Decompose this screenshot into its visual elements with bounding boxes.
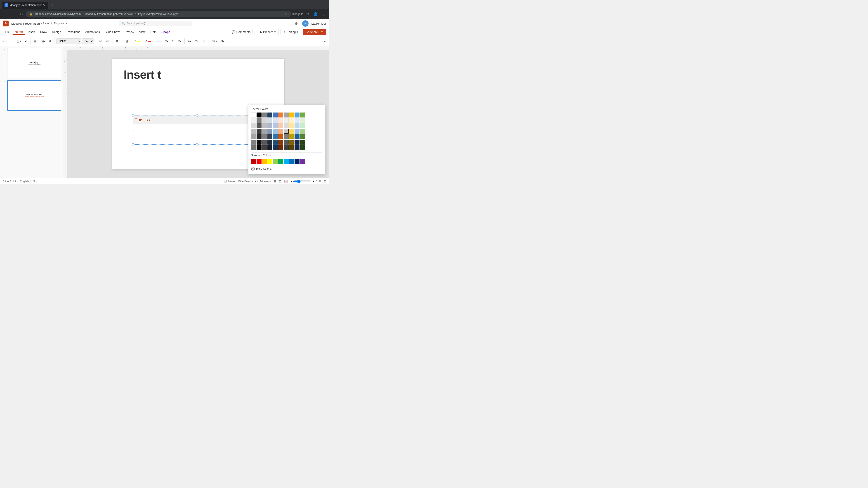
handle-top-left[interactable] [132, 114, 134, 117]
cs-r2-9[interactable] [294, 118, 300, 123]
menu-design[interactable]: Design [50, 29, 63, 35]
menu-home[interactable]: Home [12, 29, 25, 35]
tab-close-button[interactable]: ✕ [43, 3, 46, 7]
more-options-button[interactable]: ⋮ [320, 11, 327, 17]
editing-button[interactable]: ✏ Editing ▾ [281, 29, 301, 35]
color-gold[interactable] [289, 112, 294, 118]
handle-top-center[interactable] [196, 114, 198, 117]
cs-r4-3[interactable] [262, 129, 267, 134]
cs-r5-3[interactable] [262, 134, 267, 139]
cs-r7-2[interactable] [256, 145, 261, 150]
address-bar[interactable]: 🔒 dropbox.com/scl/fi/ds8xk05ovlytyxnalh0… [26, 11, 291, 17]
std-light-green[interactable] [273, 159, 278, 164]
effects-button[interactable]: ✦▾ [201, 39, 207, 43]
cs-r7-9[interactable] [294, 145, 300, 150]
menu-review[interactable]: Review [122, 29, 136, 35]
std-dark-blue[interactable] [294, 159, 300, 164]
cs-r4-8[interactable] [289, 129, 294, 134]
color-sky-blue[interactable] [294, 112, 300, 118]
slide-2-preview[interactable]: Insert the words Here This is an explana… [7, 80, 61, 110]
std-yellow[interactable] [268, 159, 272, 164]
cs-r2-8[interactable] [289, 118, 294, 123]
color-orange[interactable] [278, 112, 283, 118]
zoom-in-button[interactable]: + [313, 180, 314, 183]
cs-r7-4[interactable] [268, 145, 272, 150]
settings-button[interactable]: ⚙ [305, 11, 311, 17]
more-toolbar-button[interactable]: ··· [226, 39, 231, 43]
numbering-button[interactable]: ≡▾ [170, 39, 176, 43]
menu-draw[interactable]: Draw [38, 29, 49, 35]
cs-r6-10[interactable] [300, 140, 305, 144]
cs-r2-7[interactable] [284, 118, 289, 123]
cs-r3-2[interactable] [256, 123, 261, 128]
italic-button[interactable]: I [120, 39, 124, 43]
color-mid-gray[interactable] [284, 112, 289, 118]
zoom-slider[interactable] [293, 180, 311, 183]
present-button[interactable]: ▶ Present ▾ [257, 29, 279, 35]
cs-r6-4[interactable] [268, 140, 272, 144]
cs-r4-2[interactable] [256, 129, 261, 134]
std-green[interactable] [278, 159, 283, 164]
share-button[interactable]: ↗ Share ▾ [303, 29, 327, 35]
cs-r6-3[interactable] [262, 140, 267, 144]
slide-layout-button[interactable]: ▦▾ [33, 39, 39, 43]
bullets-button[interactable]: ≡▾ [164, 39, 169, 43]
cs-r6-7[interactable] [284, 140, 289, 144]
shape-fill-button[interactable]: ◈▾ [186, 39, 193, 43]
color-white[interactable] [251, 112, 256, 118]
cs-r2-3[interactable] [262, 118, 267, 123]
cs-r3-8[interactable] [289, 123, 294, 128]
cs-r7-5[interactable] [273, 145, 278, 150]
fit-slide-button[interactable]: ⊡ [324, 180, 327, 183]
search-box[interactable]: 🔍 Search (Alt + Q) [119, 21, 191, 26]
menu-view[interactable]: View [137, 29, 148, 35]
increase-font-button[interactable]: A↑ [98, 38, 104, 43]
collapse-toolbar-button[interactable]: ∧ [322, 39, 327, 43]
dropdown-arrow-icon[interactable]: ▾ [66, 22, 67, 25]
cs-r5-5[interactable] [273, 134, 278, 139]
cs-r2-1[interactable] [251, 118, 256, 123]
cs-r4-4[interactable] [268, 129, 272, 134]
reset-button[interactable]: ↺ [48, 39, 53, 43]
cs-r4-6[interactable] [278, 129, 283, 134]
cs-r2-5[interactable] [273, 118, 278, 123]
back-button[interactable]: ← [3, 11, 9, 17]
color-blue[interactable] [273, 112, 278, 118]
font-size-select[interactable]: 24 [82, 38, 94, 44]
cs-r6-8[interactable] [289, 140, 294, 144]
cs-r7-6[interactable] [278, 145, 283, 150]
std-red[interactable] [256, 159, 261, 164]
handle-middle-left[interactable] [132, 129, 134, 131]
profile-button[interactable]: 👤 [312, 11, 319, 17]
more-text-button[interactable]: ··· [155, 39, 160, 43]
cs-r3-6[interactable] [278, 123, 283, 128]
cs-r3-10[interactable] [300, 123, 305, 128]
new-tab-button[interactable]: + [49, 2, 55, 8]
cs-r7-10[interactable] [300, 145, 305, 150]
menu-slideshow[interactable]: Slide Show [103, 29, 122, 35]
cs-r3-7[interactable] [284, 123, 289, 128]
refresh-button[interactable]: ↻ [18, 11, 24, 17]
cs-r3-9[interactable] [294, 123, 300, 128]
cs-r6-2[interactable] [256, 140, 261, 144]
cs-r3-3[interactable] [262, 123, 267, 128]
handle-bottom-center[interactable] [196, 143, 198, 145]
cs-r7-8[interactable] [289, 145, 294, 150]
decrease-font-button[interactable]: A↓ [105, 38, 111, 43]
find-button[interactable]: 🔍▾ [211, 39, 218, 43]
cs-r5-8[interactable] [289, 134, 294, 139]
comments-button[interactable]: 💬 Comments [230, 29, 252, 35]
color-green[interactable] [300, 112, 305, 118]
font-color-button[interactable]: A ▾ [144, 39, 154, 43]
cs-r6-1[interactable] [251, 140, 256, 144]
cs-r2-10[interactable] [300, 118, 305, 123]
bold-button[interactable]: B [115, 39, 119, 43]
menu-help[interactable]: Help [148, 29, 159, 35]
cs-r6-5[interactable] [273, 140, 278, 144]
cs-r5-10[interactable] [300, 134, 305, 139]
redo-button[interactable]: ↪ [9, 39, 14, 43]
copy-button[interactable]: 📋▾ [15, 39, 22, 43]
view-mode-button[interactable]: ⊞ [274, 180, 276, 183]
menu-file[interactable]: File [3, 29, 12, 35]
cs-r5-7[interactable] [284, 134, 289, 139]
